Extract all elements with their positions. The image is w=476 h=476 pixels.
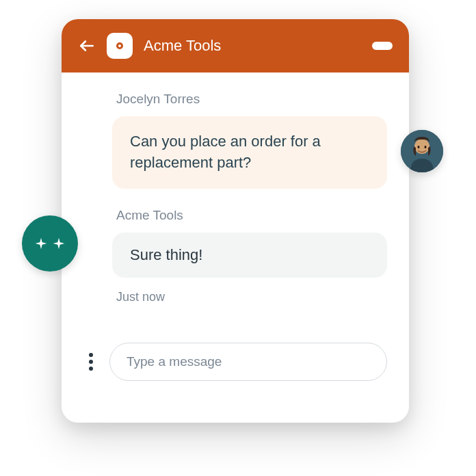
agent-message-text: Sure thing! bbox=[130, 246, 369, 264]
ai-sparkle-badge bbox=[22, 215, 78, 272]
status-indicator bbox=[372, 42, 393, 50]
header-title: Acme Tools bbox=[144, 37, 361, 55]
svg-point-4 bbox=[425, 146, 427, 148]
message-timestamp: Just now bbox=[116, 290, 387, 304]
svg-point-2 bbox=[414, 139, 429, 154]
back-arrow-icon[interactable] bbox=[78, 37, 96, 55]
user-sender-name: Jocelyn Torres bbox=[116, 92, 387, 107]
input-row bbox=[62, 343, 409, 397]
sparkle-icon bbox=[52, 237, 66, 250]
sparkle-icon bbox=[34, 237, 48, 250]
user-message-bubble: Can you place an order for a replacement… bbox=[112, 116, 387, 189]
agent-message-bubble: Sure thing! bbox=[112, 233, 387, 278]
message-input[interactable] bbox=[109, 343, 387, 381]
svg-point-3 bbox=[418, 146, 420, 148]
messages-container: Jocelyn Torres Can you place an order fo… bbox=[62, 72, 409, 343]
brand-logo-icon bbox=[107, 33, 133, 59]
chat-header: Acme Tools bbox=[62, 19, 409, 72]
user-message-text: Can you place an order for a replacement… bbox=[130, 131, 369, 174]
user-avatar bbox=[401, 130, 443, 172]
more-options-icon[interactable] bbox=[83, 347, 98, 376]
agent-sender-name: Acme Tools bbox=[116, 208, 387, 223]
chat-window: Acme Tools Jocelyn Torres Can you place … bbox=[62, 19, 409, 423]
